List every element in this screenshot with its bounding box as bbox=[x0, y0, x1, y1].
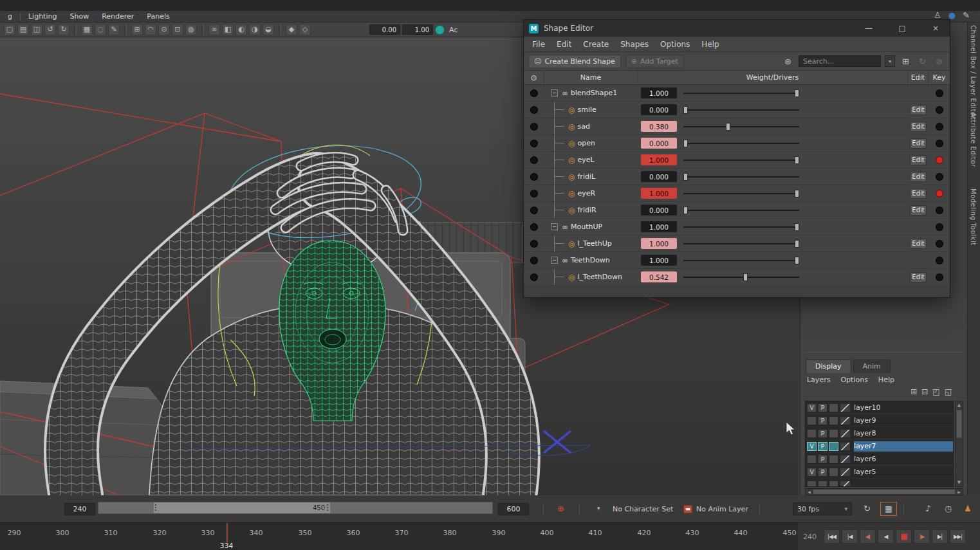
visibility-dot[interactable] bbox=[531, 190, 537, 197]
layer-row[interactable]: P layer8 bbox=[806, 427, 953, 440]
range-end-handle[interactable] bbox=[326, 504, 329, 512]
layer-name[interactable]: layer5 bbox=[854, 467, 953, 477]
render-settings-icon[interactable]: ◒ bbox=[263, 24, 274, 35]
scroll-down-icon[interactable]: ▼ bbox=[956, 479, 963, 486]
layer-row[interactable]: P layer6 bbox=[806, 453, 953, 466]
min-value-field[interactable]: 0.00 bbox=[369, 24, 400, 35]
playback-toggle[interactable]: P bbox=[818, 455, 827, 464]
layers-vertical-scrollbar[interactable]: ▲ ▼ bbox=[955, 401, 963, 487]
scrollbar-thumb[interactable] bbox=[956, 410, 962, 438]
scrollbar-thumb[interactable] bbox=[813, 490, 955, 494]
weight-field[interactable]: 0.000 bbox=[641, 104, 677, 115]
visibility-toggle[interactable]: V bbox=[807, 468, 817, 477]
shape-row-target[interactable]: ◎ l_TeethUp 1.000 Edit bbox=[524, 235, 950, 252]
weight-slider[interactable] bbox=[683, 172, 799, 181]
add-target-button[interactable]: ⊕ Add Target bbox=[625, 55, 684, 68]
move-layer-down-icon[interactable]: ◱ bbox=[945, 387, 952, 396]
select-tool-icon[interactable]: ▦ bbox=[81, 24, 93, 35]
max-value-field[interactable]: 1.00 bbox=[402, 24, 433, 35]
weight-field[interactable]: 0.000 bbox=[641, 138, 677, 149]
menu-item-panels[interactable]: Panels bbox=[140, 12, 176, 21]
weight-slider[interactable] bbox=[683, 105, 799, 115]
column-weight-drivers[interactable]: Weight/Drivers bbox=[638, 71, 908, 84]
menu-item-show[interactable]: Show bbox=[63, 12, 95, 21]
shape-row-target[interactable]: ◎ eyeR 1.000 Edit bbox=[524, 185, 950, 202]
display-type-toggle[interactable] bbox=[829, 481, 838, 488]
menu-options[interactable]: Options bbox=[654, 40, 696, 49]
playback-toggle[interactable]: P bbox=[818, 416, 827, 425]
move-layer-up-icon[interactable]: ◰ bbox=[932, 387, 939, 396]
shape-row-group[interactable]: − ∞ blendShape1 1.000 bbox=[524, 85, 950, 102]
key-dot[interactable] bbox=[936, 174, 943, 180]
menu-file[interactable]: File bbox=[526, 40, 551, 49]
key-dot[interactable] bbox=[936, 274, 943, 280]
weight-field[interactable]: 1.000 bbox=[641, 87, 677, 98]
key-dot[interactable] bbox=[936, 257, 943, 264]
layer-name[interactable]: layer10 bbox=[854, 403, 953, 413]
range-start-handle[interactable] bbox=[154, 504, 158, 512]
key-dot[interactable] bbox=[936, 190, 943, 197]
layer-row[interactable]: V P layer10 bbox=[806, 401, 953, 414]
layer-swatch-icon[interactable] bbox=[840, 416, 851, 425]
shape-row-group[interactable]: − ∞ TeethDown 1.000 bbox=[524, 252, 950, 269]
render-view-icon[interactable]: ◧ bbox=[222, 24, 234, 35]
edit-button[interactable]: Edit bbox=[910, 188, 927, 199]
layer-swatch-icon[interactable] bbox=[840, 442, 851, 451]
scroll-left-icon[interactable]: ◀ bbox=[806, 489, 813, 495]
layer-name[interactable]: layer9 bbox=[854, 416, 953, 426]
window-titlebar[interactable]: M Shape Editor — □ × bbox=[524, 20, 950, 37]
shape-row-group[interactable]: − ∞ MouthUP 1.000 bbox=[524, 219, 950, 235]
filter-icon[interactable]: ⊛ bbox=[782, 55, 794, 68]
create-group-icon[interactable]: ⊞ bbox=[900, 55, 912, 68]
weight-slider[interactable] bbox=[683, 89, 799, 98]
weight-field[interactable]: 1.000 bbox=[641, 154, 677, 165]
playback-loop-icon[interactable]: ↻ bbox=[864, 504, 871, 513]
go-to-end-button[interactable]: ▶▶| bbox=[950, 529, 966, 544]
weight-field[interactable]: 0.000 bbox=[641, 205, 677, 215]
toon-shader-icon[interactable]: ◇ bbox=[299, 24, 311, 35]
minimize-button[interactable]: — bbox=[855, 20, 883, 37]
refresh-icon[interactable]: ↻ bbox=[916, 55, 929, 68]
collapse-toggle[interactable]: − bbox=[551, 257, 558, 264]
playback-range-bar[interactable]: 450 bbox=[154, 502, 330, 513]
weight-slider[interactable] bbox=[683, 256, 799, 265]
layer-swatch-icon[interactable] bbox=[840, 403, 851, 412]
anim-layer-selector[interactable]: No Anim Layer bbox=[696, 505, 748, 513]
visibility-dot[interactable] bbox=[531, 90, 537, 96]
weight-field[interactable]: 0.000 bbox=[641, 171, 677, 182]
snap-curve-icon[interactable]: ◠ bbox=[145, 24, 156, 35]
set-key-icon[interactable]: ⊕ bbox=[557, 504, 564, 513]
ipr-render-icon[interactable]: ◑ bbox=[249, 24, 261, 35]
animation-preferences-icon[interactable]: ◷ bbox=[945, 504, 952, 513]
scroll-right-icon[interactable]: ▶ bbox=[956, 489, 963, 495]
display-type-toggle[interactable] bbox=[829, 416, 838, 425]
go-to-start-button[interactable]: |◀◀ bbox=[824, 529, 840, 544]
layer-row-selected[interactable]: V P layer7 bbox=[806, 440, 953, 453]
weight-field[interactable]: 0.380 bbox=[641, 121, 677, 132]
edit-button[interactable]: Edit bbox=[910, 205, 927, 215]
menu-edit[interactable]: Edit bbox=[551, 40, 577, 49]
step-forward-key-button[interactable]: |▶ bbox=[914, 529, 930, 544]
history-icon[interactable]: ∞ bbox=[208, 24, 220, 35]
visibility-toggle[interactable] bbox=[807, 429, 817, 438]
snap-grid-icon[interactable]: ⊞ bbox=[131, 24, 143, 35]
open-scene-icon[interactable]: ▤ bbox=[17, 24, 29, 35]
visibility-dot[interactable] bbox=[531, 140, 537, 147]
key-dot[interactable] bbox=[936, 124, 943, 130]
maximize-button[interactable]: □ bbox=[888, 20, 916, 37]
play-backward-button[interactable]: ◀ bbox=[878, 529, 894, 544]
weight-slider[interactable] bbox=[683, 239, 799, 248]
layer-row[interactable]: V P layer5 bbox=[806, 466, 953, 479]
weight-field[interactable]: 1.000 bbox=[641, 188, 677, 199]
create-blend-shape-button[interactable]: ☺ Create Blend Shape bbox=[528, 55, 621, 68]
display-type-toggle[interactable] bbox=[829, 455, 838, 464]
character-controls-icon[interactable]: ♟ bbox=[964, 504, 972, 513]
current-time-marker[interactable] bbox=[227, 523, 228, 542]
new-layer-from-selected-icon[interactable]: ⊟ bbox=[921, 387, 928, 396]
sound-icon[interactable]: ♪ bbox=[925, 504, 930, 513]
timeline-grid-toggle[interactable]: ▦ bbox=[880, 502, 897, 516]
menu-help[interactable]: Help bbox=[878, 376, 894, 384]
visibility-toggle[interactable] bbox=[807, 481, 817, 488]
weight-slider[interactable] bbox=[683, 223, 799, 232]
tab-anim[interactable]: Anim bbox=[853, 360, 891, 373]
